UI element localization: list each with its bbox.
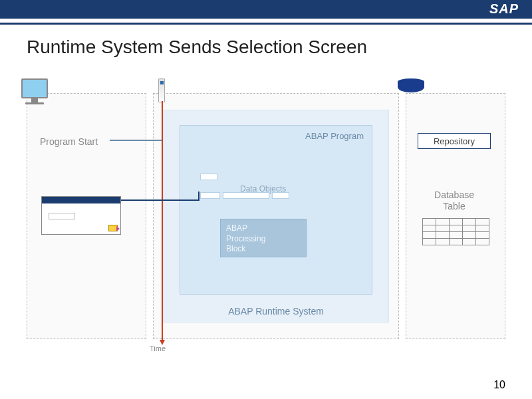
diagram-canvas: Program Start Time ABAP Runtime System A… <box>27 93 505 359</box>
page-number: 10 <box>493 379 505 391</box>
slide-title: Runtime System Sends Selection Screen <box>27 37 532 58</box>
sap-logo: SAP <box>489 1 519 17</box>
abap-program-box: ABAP Program Data Objects ABAP Processin… <box>180 125 372 295</box>
database-table-label: Database Table <box>424 190 484 212</box>
program-start-label: Program Start <box>40 136 98 147</box>
data-object-2 <box>200 192 220 199</box>
server-icon <box>158 78 165 102</box>
monitor-icon <box>21 78 48 104</box>
database-icon <box>398 78 424 94</box>
execute-icon <box>108 225 118 231</box>
data-object-1 <box>200 174 217 180</box>
header-bar: SAP <box>0 0 532 19</box>
selection-screen-window <box>41 196 121 235</box>
abap-program-label: ABAP Program <box>305 131 364 141</box>
repository-box: Repository <box>418 133 491 149</box>
selection-screen-titlebar <box>42 197 120 203</box>
header-divider <box>0 23 532 25</box>
database-table-grid <box>422 218 489 245</box>
timeline-label: Time <box>150 344 166 352</box>
data-object-4 <box>272 192 289 199</box>
data-object-3 <box>223 192 269 199</box>
abap-processing-block: ABAP Processing Block <box>220 219 307 257</box>
repository-panel <box>406 93 505 339</box>
program-start-arrow <box>110 140 170 141</box>
abap-runtime-label: ABAP Runtime System <box>164 306 388 317</box>
selection-screen-field <box>49 213 75 219</box>
